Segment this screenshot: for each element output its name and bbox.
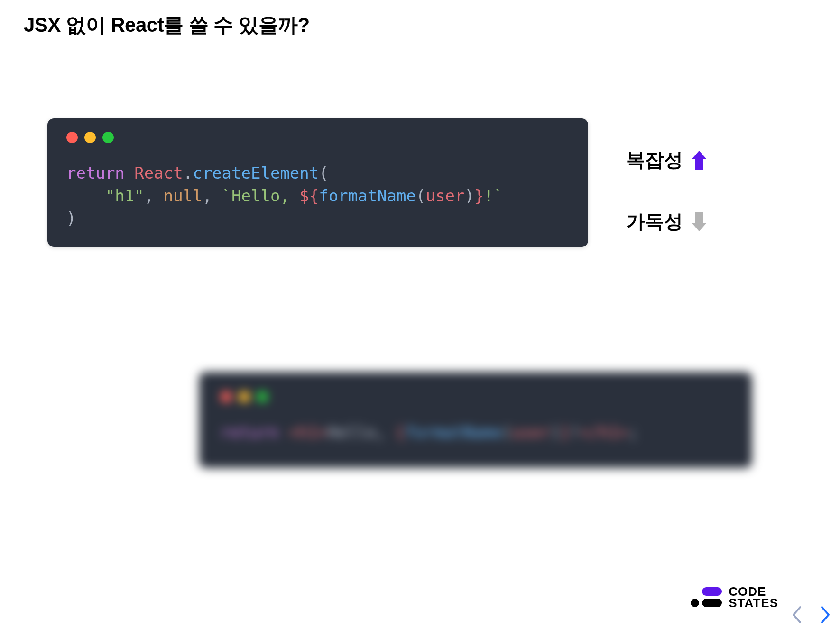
prev-slide-button[interactable] (788, 605, 807, 624)
code-line: ) (66, 207, 569, 230)
minimize-icon (84, 132, 96, 143)
token-paren: ( (502, 423, 512, 442)
token-var: user (512, 423, 551, 442)
token-keyword: return (221, 423, 279, 442)
token-punct: . (183, 164, 193, 182)
token-tag: </h1> (580, 423, 628, 442)
maximize-icon (102, 132, 114, 143)
token-class: React (134, 164, 183, 182)
token-brace: { (396, 423, 405, 442)
token-backtick: ` (222, 186, 231, 205)
token-keyword: return (66, 164, 125, 182)
chevron-right-icon (818, 605, 831, 624)
annotation-complexity: 복잡성 (626, 147, 708, 173)
token-paren: ) (66, 209, 76, 228)
token-string: "h1" (105, 186, 144, 205)
token-text: ! (570, 423, 580, 442)
footer-divider (0, 552, 840, 552)
annotation-label: 가독성 (626, 209, 683, 235)
token-text: Hello, (327, 423, 395, 442)
code-line: return React.createElement( (66, 162, 569, 185)
code-block-createElement: return React.createElement( "h1", null, … (47, 118, 588, 247)
logo-mark-icon (691, 587, 722, 607)
window-traffic-lights (221, 391, 730, 402)
token-string: ! (484, 186, 493, 205)
token-func: formatName (319, 186, 416, 205)
token-backtick: ` (494, 186, 503, 205)
close-icon (221, 391, 232, 402)
annotation-label: 복잡성 (626, 147, 683, 173)
window-traffic-lights (66, 132, 569, 143)
token-punct: , (203, 186, 222, 205)
maximize-icon (257, 391, 268, 402)
token-null: null (164, 186, 203, 205)
token-punct: , (144, 186, 164, 205)
code-line: return <h1>Hello, {formatName(user)}!</h… (221, 421, 730, 444)
token-interp: ${ (299, 186, 319, 205)
code-line: "h1", null, `Hello, ${formatName(user)}!… (66, 185, 569, 208)
token-interp: } (474, 186, 484, 205)
token-paren: ( (416, 186, 425, 205)
token-method: createElement (193, 164, 319, 182)
token-paren: ) (464, 186, 474, 205)
code-block-jsx-blurred: return <h1>Hello, {formatName(user)}!</h… (199, 372, 752, 468)
token-func: formatName (405, 423, 502, 442)
chevron-left-icon (791, 605, 804, 624)
token-brace: } (561, 423, 570, 442)
logo-text: CODE STATES (729, 586, 778, 609)
arrow-down-icon (691, 211, 708, 232)
slide-title: JSX 없이 React를 쓸 수 있을까? (24, 12, 310, 38)
annotation-readability: 가독성 (626, 209, 708, 235)
arrow-up-icon (691, 150, 708, 171)
slide-nav (788, 605, 834, 624)
next-slide-button[interactable] (815, 605, 834, 624)
close-icon (66, 132, 78, 143)
token-semi: ; (628, 423, 638, 442)
codestates-logo: CODE STATES (691, 586, 778, 609)
token-tag: <h1> (288, 423, 327, 442)
token-string: Hello, (231, 186, 299, 205)
token-paren: ( (319, 164, 328, 182)
token-paren: ) (551, 423, 560, 442)
token-var: user (426, 186, 465, 205)
minimize-icon (239, 391, 250, 402)
